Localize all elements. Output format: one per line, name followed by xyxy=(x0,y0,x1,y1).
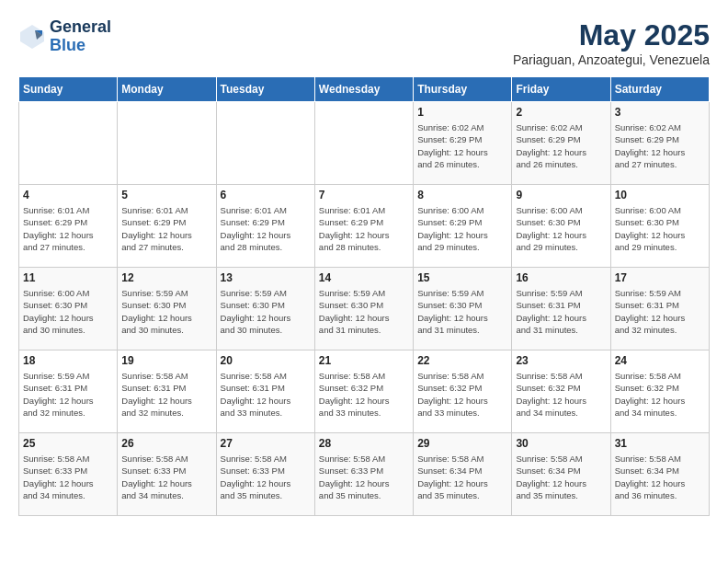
day-number: 22 xyxy=(417,354,507,367)
day-cell: 29Sunrise: 5:58 AM Sunset: 6:34 PM Dayli… xyxy=(414,433,512,516)
day-cell: 18Sunrise: 5:59 AM Sunset: 6:31 PM Dayli… xyxy=(19,350,118,433)
day-number: 11 xyxy=(23,271,113,284)
day-cell: 10Sunrise: 6:00 AM Sunset: 6:30 PM Dayli… xyxy=(610,185,709,268)
day-number: 18 xyxy=(23,354,113,367)
day-number: 13 xyxy=(221,271,311,284)
calendar-subtitle: Pariaguan, Anzoategui, Venezuela xyxy=(513,52,710,67)
day-info: Sunrise: 5:58 AM Sunset: 6:31 PM Dayligh… xyxy=(121,370,211,419)
day-info: Sunrise: 6:00 AM Sunset: 6:30 PM Dayligh… xyxy=(23,287,113,336)
day-cell: 31Sunrise: 5:58 AM Sunset: 6:34 PM Dayli… xyxy=(610,433,709,516)
day-cell: 30Sunrise: 5:58 AM Sunset: 6:34 PM Dayli… xyxy=(512,433,610,516)
calendar-table: SundayMondayTuesdayWednesdayThursdayFrid… xyxy=(18,76,710,516)
header-cell-friday: Friday xyxy=(512,77,610,102)
day-cell: 21Sunrise: 5:58 AM Sunset: 6:32 PM Dayli… xyxy=(314,350,413,433)
day-number: 28 xyxy=(319,437,409,450)
day-info: Sunrise: 5:58 AM Sunset: 6:34 PM Dayligh… xyxy=(516,453,606,501)
day-info: Sunrise: 6:01 AM Sunset: 6:29 PM Dayligh… xyxy=(221,204,311,253)
week-row-4: 18Sunrise: 5:59 AM Sunset: 6:31 PM Dayli… xyxy=(19,350,710,433)
day-info: Sunrise: 5:58 AM Sunset: 6:34 PM Dayligh… xyxy=(417,453,507,501)
day-number: 25 xyxy=(23,437,113,450)
logo-icon xyxy=(18,23,46,51)
day-cell: 1Sunrise: 6:02 AM Sunset: 6:29 PM Daylig… xyxy=(414,102,512,185)
day-info: Sunrise: 5:58 AM Sunset: 6:32 PM Dayligh… xyxy=(615,370,705,419)
header-cell-tuesday: Tuesday xyxy=(216,77,314,102)
day-cell: 28Sunrise: 5:58 AM Sunset: 6:33 PM Dayli… xyxy=(314,433,413,516)
day-cell: 22Sunrise: 5:58 AM Sunset: 6:32 PM Dayli… xyxy=(414,350,512,433)
day-cell: 23Sunrise: 5:58 AM Sunset: 6:32 PM Dayli… xyxy=(512,350,610,433)
day-info: Sunrise: 6:00 AM Sunset: 6:30 PM Dayligh… xyxy=(516,204,606,253)
day-info: Sunrise: 6:02 AM Sunset: 6:29 PM Dayligh… xyxy=(615,121,705,170)
day-info: Sunrise: 5:58 AM Sunset: 6:33 PM Dayligh… xyxy=(23,453,113,501)
day-info: Sunrise: 5:58 AM Sunset: 6:33 PM Dayligh… xyxy=(121,453,211,501)
header-cell-wednesday: Wednesday xyxy=(314,77,413,102)
day-cell: 9Sunrise: 6:00 AM Sunset: 6:30 PM Daylig… xyxy=(512,185,610,268)
day-cell: 2Sunrise: 6:02 AM Sunset: 6:29 PM Daylig… xyxy=(512,102,610,185)
day-cell: 8Sunrise: 6:00 AM Sunset: 6:29 PM Daylig… xyxy=(414,185,512,268)
week-row-2: 4Sunrise: 6:01 AM Sunset: 6:29 PM Daylig… xyxy=(19,185,710,268)
day-cell: 27Sunrise: 5:58 AM Sunset: 6:33 PM Dayli… xyxy=(216,433,314,516)
day-info: Sunrise: 5:58 AM Sunset: 6:32 PM Dayligh… xyxy=(417,370,507,419)
day-number: 16 xyxy=(516,271,606,284)
day-number: 30 xyxy=(516,437,606,450)
header-row: SundayMondayTuesdayWednesdayThursdayFrid… xyxy=(19,77,710,102)
day-info: Sunrise: 5:58 AM Sunset: 6:31 PM Dayligh… xyxy=(221,370,311,419)
day-info: Sunrise: 6:01 AM Sunset: 6:29 PM Dayligh… xyxy=(319,204,409,253)
header-cell-saturday: Saturday xyxy=(610,77,709,102)
day-number: 2 xyxy=(516,106,606,119)
day-number: 20 xyxy=(221,354,311,367)
day-info: Sunrise: 6:02 AM Sunset: 6:29 PM Dayligh… xyxy=(417,121,507,170)
day-cell: 3Sunrise: 6:02 AM Sunset: 6:29 PM Daylig… xyxy=(610,102,709,185)
day-number: 1 xyxy=(417,106,507,119)
day-info: Sunrise: 5:59 AM Sunset: 6:30 PM Dayligh… xyxy=(221,287,311,336)
day-number: 31 xyxy=(615,437,705,450)
header-cell-monday: Monday xyxy=(118,77,216,102)
header: General Blue May 2025 Pariaguan, Anzoate… xyxy=(18,18,710,67)
header-cell-thursday: Thursday xyxy=(414,77,512,102)
day-cell: 6Sunrise: 6:01 AM Sunset: 6:29 PM Daylig… xyxy=(216,185,314,268)
day-number: 15 xyxy=(417,271,507,284)
day-number: 4 xyxy=(23,189,113,201)
day-number: 10 xyxy=(615,189,705,201)
calendar-title: May 2025 xyxy=(513,18,710,52)
day-info: Sunrise: 5:58 AM Sunset: 6:33 PM Dayligh… xyxy=(319,453,409,501)
day-number: 8 xyxy=(417,189,507,201)
day-cell: 26Sunrise: 5:58 AM Sunset: 6:33 PM Dayli… xyxy=(118,433,216,516)
day-info: Sunrise: 5:59 AM Sunset: 6:30 PM Dayligh… xyxy=(121,287,211,336)
day-number: 23 xyxy=(516,354,606,367)
day-number: 6 xyxy=(221,189,311,201)
day-info: Sunrise: 5:59 AM Sunset: 6:30 PM Dayligh… xyxy=(319,287,409,336)
calendar-header: SundayMondayTuesdayWednesdayThursdayFrid… xyxy=(19,77,710,102)
day-cell: 17Sunrise: 5:59 AM Sunset: 6:31 PM Dayli… xyxy=(610,268,709,350)
day-cell: 13Sunrise: 5:59 AM Sunset: 6:30 PM Dayli… xyxy=(216,268,314,350)
day-info: Sunrise: 5:58 AM Sunset: 6:34 PM Dayligh… xyxy=(615,453,705,501)
logo: General Blue xyxy=(18,18,111,55)
calendar-body: 1Sunrise: 6:02 AM Sunset: 6:29 PM Daylig… xyxy=(19,102,710,516)
header-cell-sunday: Sunday xyxy=(19,77,118,102)
day-info: Sunrise: 5:58 AM Sunset: 6:32 PM Dayligh… xyxy=(319,370,409,419)
logo-text: General Blue xyxy=(50,18,111,55)
day-info: Sunrise: 5:59 AM Sunset: 6:31 PM Dayligh… xyxy=(615,287,705,336)
day-info: Sunrise: 5:58 AM Sunset: 6:33 PM Dayligh… xyxy=(221,453,311,501)
week-row-1: 1Sunrise: 6:02 AM Sunset: 6:29 PM Daylig… xyxy=(19,102,710,185)
day-number: 29 xyxy=(417,437,507,450)
day-cell xyxy=(216,102,314,185)
day-info: Sunrise: 6:01 AM Sunset: 6:29 PM Dayligh… xyxy=(23,204,113,253)
day-cell xyxy=(118,102,216,185)
day-number: 3 xyxy=(615,106,705,119)
day-cell: 16Sunrise: 5:59 AM Sunset: 6:31 PM Dayli… xyxy=(512,268,610,350)
day-number: 14 xyxy=(319,271,409,284)
day-cell: 4Sunrise: 6:01 AM Sunset: 6:29 PM Daylig… xyxy=(19,185,118,268)
title-area: May 2025 Pariaguan, Anzoategui, Venezuel… xyxy=(513,18,710,67)
day-cell: 14Sunrise: 5:59 AM Sunset: 6:30 PM Dayli… xyxy=(314,268,413,350)
day-cell xyxy=(314,102,413,185)
svg-marker-0 xyxy=(20,25,44,49)
day-cell: 19Sunrise: 5:58 AM Sunset: 6:31 PM Dayli… xyxy=(118,350,216,433)
day-cell: 7Sunrise: 6:01 AM Sunset: 6:29 PM Daylig… xyxy=(314,185,413,268)
day-info: Sunrise: 5:59 AM Sunset: 6:31 PM Dayligh… xyxy=(23,370,113,419)
day-info: Sunrise: 5:58 AM Sunset: 6:32 PM Dayligh… xyxy=(516,370,606,419)
day-number: 27 xyxy=(221,437,311,450)
day-number: 17 xyxy=(615,271,705,284)
day-number: 21 xyxy=(319,354,409,367)
week-row-3: 11Sunrise: 6:00 AM Sunset: 6:30 PM Dayli… xyxy=(19,268,710,350)
day-info: Sunrise: 5:59 AM Sunset: 6:31 PM Dayligh… xyxy=(516,287,606,336)
